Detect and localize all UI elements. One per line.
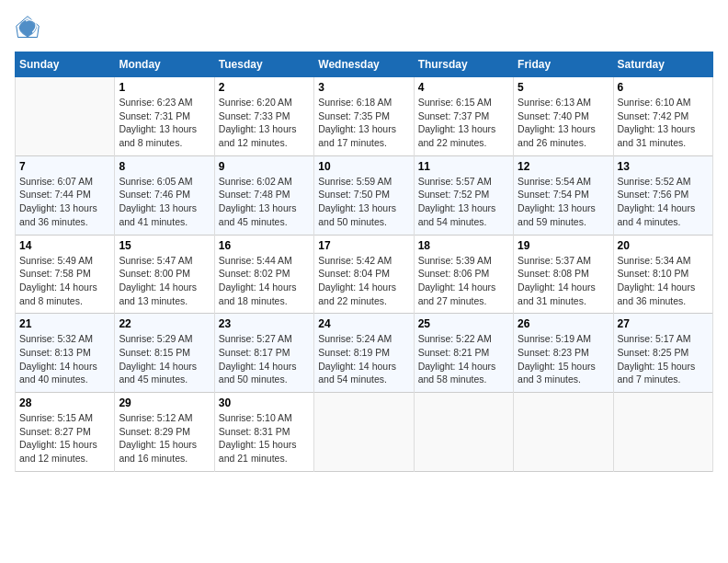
calendar-cell (514, 393, 613, 472)
day-number: 15 (119, 239, 210, 252)
day-number: 12 (518, 160, 609, 173)
day-info: Sunrise: 6:18 AMSunset: 7:35 PMDaylight:… (318, 96, 409, 150)
calendar-week-row: 21Sunrise: 5:32 AMSunset: 8:13 PMDayligh… (16, 314, 713, 393)
calendar-cell: 13Sunrise: 5:52 AMSunset: 7:56 PMDayligh… (613, 155, 712, 235)
day-info: Sunrise: 6:15 AMSunset: 7:37 PMDaylight:… (418, 96, 509, 150)
day-info: Sunrise: 5:24 AMSunset: 8:19 PMDaylight:… (318, 332, 409, 386)
day-info: Sunrise: 5:59 AMSunset: 7:50 PMDaylight:… (318, 175, 409, 229)
calendar-cell: 18Sunrise: 5:39 AMSunset: 8:06 PMDayligh… (414, 235, 513, 314)
day-info: Sunrise: 5:39 AMSunset: 8:06 PMDaylight:… (418, 254, 509, 308)
day-number: 20 (618, 239, 709, 252)
logo-icon (15, 15, 40, 40)
calendar-cell: 15Sunrise: 5:47 AMSunset: 8:00 PMDayligh… (115, 235, 214, 314)
calendar-cell (414, 393, 513, 472)
calendar-cell: 21Sunrise: 5:32 AMSunset: 8:13 PMDayligh… (16, 314, 115, 393)
day-number: 8 (119, 160, 210, 173)
calendar-cell: 10Sunrise: 5:59 AMSunset: 7:50 PMDayligh… (314, 155, 414, 235)
calendar-cell: 22Sunrise: 5:29 AMSunset: 8:15 PMDayligh… (115, 314, 214, 393)
day-number: 22 (119, 317, 210, 330)
day-info: Sunrise: 5:22 AMSunset: 8:21 PMDaylight:… (418, 332, 509, 386)
calendar-cell (16, 77, 115, 156)
weekday-header-thursday: Thursday (414, 52, 513, 77)
day-number: 5 (518, 81, 609, 94)
day-number: 11 (418, 160, 509, 173)
day-info: Sunrise: 5:32 AMSunset: 8:13 PMDaylight:… (19, 332, 110, 386)
day-number: 26 (518, 317, 609, 330)
day-info: Sunrise: 5:47 AMSunset: 8:00 PMDaylight:… (119, 254, 210, 308)
calendar-cell: 19Sunrise: 5:37 AMSunset: 8:08 PMDayligh… (514, 235, 613, 314)
day-number: 17 (318, 239, 409, 252)
day-info: Sunrise: 5:44 AMSunset: 8:02 PMDaylight:… (219, 254, 310, 308)
calendar-body: 1Sunrise: 6:23 AMSunset: 7:31 PMDaylight… (16, 77, 713, 472)
calendar-cell: 3Sunrise: 6:18 AMSunset: 7:35 PMDaylight… (314, 77, 414, 156)
day-info: Sunrise: 6:07 AMSunset: 7:44 PMDaylight:… (19, 175, 110, 229)
calendar-cell: 14Sunrise: 5:49 AMSunset: 7:58 PMDayligh… (16, 235, 115, 314)
day-info: Sunrise: 5:42 AMSunset: 8:04 PMDaylight:… (318, 254, 409, 308)
day-number: 29 (119, 396, 210, 409)
day-number: 7 (19, 160, 110, 173)
weekday-header-friday: Friday (514, 52, 613, 77)
calendar-cell: 2Sunrise: 6:20 AMSunset: 7:33 PMDaylight… (214, 77, 313, 156)
calendar-table: SundayMondayTuesdayWednesdayThursdayFrid… (15, 52, 713, 472)
day-number: 16 (219, 239, 310, 252)
calendar-cell: 6Sunrise: 6:10 AMSunset: 7:42 PMDaylight… (613, 77, 712, 156)
day-number: 2 (219, 81, 310, 94)
weekday-header-wednesday: Wednesday (314, 52, 414, 77)
calendar-cell: 29Sunrise: 5:12 AMSunset: 8:29 PMDayligh… (115, 393, 214, 472)
calendar-cell: 4Sunrise: 6:15 AMSunset: 7:37 PMDaylight… (414, 77, 513, 156)
day-number: 21 (19, 317, 110, 330)
day-info: Sunrise: 6:10 AMSunset: 7:42 PMDaylight:… (618, 96, 709, 150)
weekday-header-monday: Monday (115, 52, 214, 77)
page-header (15, 15, 713, 40)
day-info: Sunrise: 5:57 AMSunset: 7:52 PMDaylight:… (418, 175, 509, 229)
weekday-header-saturday: Saturday (613, 52, 712, 77)
weekday-header-row: SundayMondayTuesdayWednesdayThursdayFrid… (16, 52, 713, 77)
calendar-header: SundayMondayTuesdayWednesdayThursdayFrid… (16, 52, 713, 77)
calendar-cell (613, 393, 712, 472)
day-info: Sunrise: 5:37 AMSunset: 8:08 PMDaylight:… (518, 254, 609, 308)
calendar-cell: 7Sunrise: 6:07 AMSunset: 7:44 PMDaylight… (16, 155, 115, 235)
calendar-cell: 26Sunrise: 5:19 AMSunset: 8:23 PMDayligh… (514, 314, 613, 393)
day-number: 25 (418, 317, 509, 330)
day-number: 28 (19, 396, 110, 409)
calendar-cell: 24Sunrise: 5:24 AMSunset: 8:19 PMDayligh… (314, 314, 414, 393)
day-number: 18 (418, 239, 509, 252)
day-number: 30 (219, 396, 310, 409)
day-info: Sunrise: 5:27 AMSunset: 8:17 PMDaylight:… (219, 332, 310, 386)
day-number: 27 (618, 317, 709, 330)
calendar-cell: 8Sunrise: 6:05 AMSunset: 7:46 PMDaylight… (115, 155, 214, 235)
day-info: Sunrise: 5:19 AMSunset: 8:23 PMDaylight:… (518, 332, 609, 386)
day-info: Sunrise: 5:15 AMSunset: 8:27 PMDaylight:… (19, 411, 110, 465)
day-info: Sunrise: 6:13 AMSunset: 7:40 PMDaylight:… (518, 96, 609, 150)
day-number: 4 (418, 81, 509, 94)
calendar-cell: 20Sunrise: 5:34 AMSunset: 8:10 PMDayligh… (613, 235, 712, 314)
calendar-cell: 11Sunrise: 5:57 AMSunset: 7:52 PMDayligh… (414, 155, 513, 235)
calendar-cell: 28Sunrise: 5:15 AMSunset: 8:27 PMDayligh… (16, 393, 115, 472)
day-info: Sunrise: 5:34 AMSunset: 8:10 PMDaylight:… (618, 254, 709, 308)
day-number: 6 (618, 81, 709, 94)
calendar-cell: 5Sunrise: 6:13 AMSunset: 7:40 PMDaylight… (514, 77, 613, 156)
day-info: Sunrise: 5:52 AMSunset: 7:56 PMDaylight:… (618, 175, 709, 229)
logo (15, 15, 44, 40)
day-info: Sunrise: 6:05 AMSunset: 7:46 PMDaylight:… (119, 175, 210, 229)
calendar-week-row: 14Sunrise: 5:49 AMSunset: 7:58 PMDayligh… (16, 235, 713, 314)
day-number: 24 (318, 317, 409, 330)
day-number: 1 (119, 81, 210, 94)
calendar-cell: 16Sunrise: 5:44 AMSunset: 8:02 PMDayligh… (214, 235, 313, 314)
day-number: 13 (618, 160, 709, 173)
calendar-cell: 25Sunrise: 5:22 AMSunset: 8:21 PMDayligh… (414, 314, 513, 393)
calendar-week-row: 7Sunrise: 6:07 AMSunset: 7:44 PMDaylight… (16, 155, 713, 235)
day-number: 14 (19, 239, 110, 252)
calendar-cell (314, 393, 414, 472)
day-info: Sunrise: 5:49 AMSunset: 7:58 PMDaylight:… (19, 254, 110, 308)
calendar-cell: 1Sunrise: 6:23 AMSunset: 7:31 PMDaylight… (115, 77, 214, 156)
day-info: Sunrise: 5:17 AMSunset: 8:25 PMDaylight:… (618, 332, 709, 386)
calendar-cell: 17Sunrise: 5:42 AMSunset: 8:04 PMDayligh… (314, 235, 414, 314)
day-number: 19 (518, 239, 609, 252)
day-info: Sunrise: 6:20 AMSunset: 7:33 PMDaylight:… (219, 96, 310, 150)
calendar-cell: 27Sunrise: 5:17 AMSunset: 8:25 PMDayligh… (613, 314, 712, 393)
calendar-week-row: 1Sunrise: 6:23 AMSunset: 7:31 PMDaylight… (16, 77, 713, 156)
calendar-cell: 12Sunrise: 5:54 AMSunset: 7:54 PMDayligh… (514, 155, 613, 235)
calendar-cell: 9Sunrise: 6:02 AMSunset: 7:48 PMDaylight… (214, 155, 313, 235)
day-number: 23 (219, 317, 310, 330)
